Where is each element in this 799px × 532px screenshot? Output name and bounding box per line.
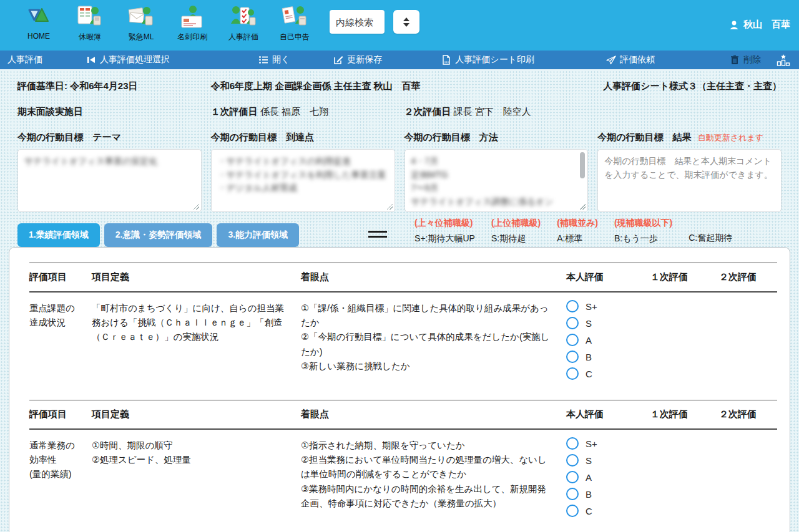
goal-theme-textarea[interactable]: サテライトオフィス事業の安定化 <box>17 149 202 212</box>
col-self-eval: 本人評価 <box>566 263 650 291</box>
table-row: 重点課題の達成状況 「町村市のまちづくり」に向け、自らの担当業務おける「挑戦（Ｃ… <box>29 293 777 400</box>
first-eval-label: １次評価日 <box>211 106 258 117</box>
goal-target-title: 今期の行動目標 到達点 <box>211 132 395 143</box>
resize-grip-icon[interactable] <box>193 203 199 210</box>
topbar: HOME 休暇簿 <box>0 0 799 51</box>
tab-ability-area[interactable]: 3.能力評価領域 <box>217 223 299 247</box>
sheet-format-title: 人事評価シート様式３（主任主査・主査） <box>603 80 782 92</box>
resize-grip-icon[interactable] <box>386 203 393 210</box>
goal-result-column: 今期の行動目標 結果 自動更新されます <box>597 132 782 215</box>
radio-grade-label: S <box>586 318 592 329</box>
radio-option-splus[interactable]: S+ <box>566 437 650 450</box>
auto-update-note: 自動更新されます <box>698 133 763 142</box>
ranking-podium-button[interactable] <box>777 54 790 66</box>
search-scope-spinner[interactable] <box>393 10 419 34</box>
radio-option-splus[interactable]: S+ <box>566 300 650 312</box>
nav-emergency-ml[interactable]: 緊急ML <box>124 5 159 42</box>
goal-target-textarea[interactable]: ・サテライトオフィスの利用促進 ・サテライトオフィスを利用した事業立案 ・デジタ… <box>211 149 395 212</box>
second-eval-cell <box>719 430 777 517</box>
goal-result-textarea[interactable] <box>597 149 782 212</box>
nav-self-report[interactable]: 自己申告 <box>277 5 312 42</box>
col-definition: 項目定義 <box>92 400 301 428</box>
current-user[interactable]: 秋山 百華 <box>729 19 790 31</box>
radio-icon[interactable] <box>566 471 579 483</box>
radio-option-b[interactable]: B <box>566 488 650 500</box>
tab-and-legend-row: 1.業績評価領域 2.意識・姿勢評価領域 3.能力評価領域 (上々位補職級) S… <box>0 215 799 247</box>
blurred-goal-text: ・サテライトオフィスの利用促進 ・サテライトオフィスを利用した事業立案 ・デジタ… <box>218 155 388 195</box>
send-icon <box>606 55 616 65</box>
tab-attitude-area[interactable]: 2.意識・姿勢評価領域 <box>104 223 213 247</box>
radio-icon[interactable] <box>566 454 579 467</box>
splitter-handle[interactable] <box>368 228 387 241</box>
skip-back-icon <box>86 55 96 65</box>
resize-grip-icon[interactable] <box>579 203 586 210</box>
radio-option-a[interactable]: A <box>566 471 650 483</box>
legend-item: (上々位補職級) S+:期待大幅UP <box>414 218 475 244</box>
menu-update-save[interactable]: 更新保存 <box>333 54 382 65</box>
final-interview-date-label: 期末面談実施日 <box>17 106 202 118</box>
radio-option-s[interactable]: S <box>566 317 650 329</box>
menu-delete[interactable]: 削除 <box>730 54 761 65</box>
menu-label: 更新保存 <box>347 54 382 65</box>
goal-theme-title: 今期の行動目標 テーマ <box>17 132 202 143</box>
radio-icon[interactable] <box>566 351 579 363</box>
app-label: 休暇簿 <box>79 32 101 42</box>
radio-icon[interactable] <box>566 317 579 329</box>
evaluation-sheet-page: 評価基準日: 令和6年4月23日 令和6年度上期 企画課企画係 主任主査 秋山 … <box>0 70 799 532</box>
self-report-icon <box>282 5 308 30</box>
legend-grade-desc: S+:期待大幅UP <box>414 233 475 244</box>
item-definition: ①時間、期限の順守 ②処理スピード、処理量 <box>92 430 301 517</box>
radio-grade-label: B <box>586 352 592 362</box>
radio-option-c[interactable]: C <box>566 367 650 380</box>
radio-icon[interactable] <box>566 437 579 450</box>
goal-result-title: 今期の行動目標 結果 自動更新されます <box>597 132 782 143</box>
col-viewpoints: 着眼点 <box>301 263 566 291</box>
menu-process-select[interactable]: 人事評価処理選択 <box>86 54 170 65</box>
radio-grade-label: B <box>586 489 592 500</box>
radio-option-b[interactable]: B <box>566 351 650 363</box>
vacation-book-icon <box>77 5 103 30</box>
col-second-eval: ２次評価 <box>719 263 777 291</box>
nav-home[interactable]: HOME <box>21 5 56 42</box>
radio-icon[interactable] <box>566 334 579 346</box>
sheet-header-row2: 期末面談実施日 １次評価日 係長 福原 七翔 ２次評価日 課長 宮下 陸空人 <box>0 92 799 118</box>
textarea-scrollbar[interactable] <box>580 152 585 205</box>
viewpoints: ①指示された納期、期限を守っていたか ②担当業務において単位時間当たりの処理量の… <box>301 430 566 517</box>
app-label: HOME <box>27 32 50 41</box>
hr-evaluation-icon <box>230 5 257 30</box>
menu-request-evaluation[interactable]: 評価依頼 <box>606 54 655 65</box>
grade-legend: (上々位補職級) S+:期待大幅UP (上位補職級) S:期待超 (補職並み) … <box>414 218 732 244</box>
tab-performance-area[interactable]: 1.業績評価領域 <box>17 223 100 247</box>
viewpoints: ①「課/係・組織目標」に関連した具体的取り組み成果があったか ②「今期の行動目標… <box>301 293 566 400</box>
radio-icon[interactable] <box>566 488 579 500</box>
radio-option-c[interactable]: C <box>566 505 650 517</box>
legend-grade-desc: S:期待超 <box>491 233 541 244</box>
legend-grade-class: (上位補職級) <box>491 218 541 229</box>
extension-search-input[interactable] <box>330 10 385 34</box>
radio-icon[interactable] <box>566 367 579 380</box>
radio-grade-label: S+ <box>586 438 597 449</box>
radio-grade-label: S+ <box>586 301 597 312</box>
menu-print-sheet[interactable]: 人事評価シート印刷 <box>441 54 534 65</box>
menu-open[interactable]: 開く <box>258 54 290 65</box>
nav-vacation-book[interactable]: 休暇簿 <box>72 5 107 42</box>
app-label: 自己申告 <box>280 32 310 42</box>
podium-star-icon <box>777 54 790 66</box>
second-evaluation-date: ２次評価日 課長 宮下 陸空人 <box>404 106 589 118</box>
radio-icon[interactable] <box>566 300 579 312</box>
self-eval-radio-group: S+ S A B C <box>566 430 650 517</box>
menu-hr-evaluation[interactable]: 人事評価 <box>7 54 42 65</box>
trash-icon <box>730 55 740 65</box>
radio-icon[interactable] <box>566 505 579 517</box>
action-goals-section: 今期の行動目標 テーマ サテライトオフィス事業の安定化 今期の行動目標 到達点 … <box>0 118 799 215</box>
radio-grade-label: A <box>586 335 592 346</box>
goal-theme-column: 今期の行動目標 テーマ サテライトオフィス事業の安定化 <box>17 132 202 215</box>
table-header-row: 評価項目 項目定義 着眼点 本人評価 １次評価 ２次評価 <box>29 400 777 430</box>
goal-method-textarea[interactable]: 4・7月 定例MTG 7〜9月 サテライトオフィス調整に係るオン <box>404 149 589 212</box>
radio-option-s[interactable]: S <box>566 454 650 467</box>
nav-business-card-print[interactable]: 名刺印刷 <box>175 5 210 42</box>
radio-option-a[interactable]: A <box>566 334 650 346</box>
menu-label: 評価依頼 <box>620 54 655 65</box>
nav-hr-evaluation[interactable]: 人事評価 <box>226 5 261 42</box>
menu-label: 人事評価シート印刷 <box>455 54 534 65</box>
